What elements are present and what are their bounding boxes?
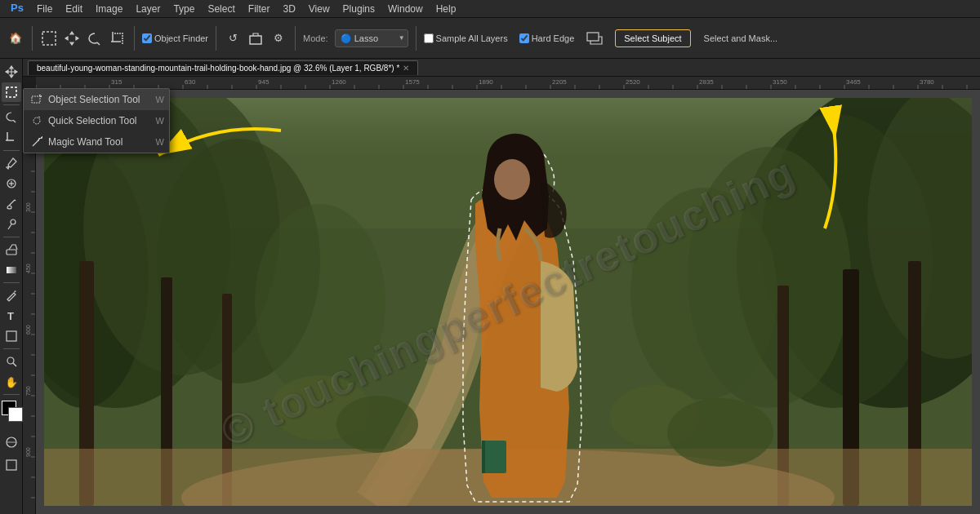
tool-dropdown-item-1-label: Quick Selection Tool	[48, 115, 137, 126]
hard-edge-label: Hard Edge	[532, 33, 575, 43]
select-subject-button[interactable]: Select Subject	[615, 29, 690, 47]
menu-3d[interactable]: 3D	[277, 2, 301, 16]
horizontal-ruler	[36, 77, 980, 90]
tool-dropdown-item-2-shortcut: W	[156, 137, 164, 147]
menu-select[interactable]: Select	[202, 2, 240, 16]
object-finder-checkbox[interactable]: Object Finder	[142, 33, 208, 43]
stamp-tool[interactable]	[2, 215, 21, 234]
toolbar-separator-4	[295, 26, 296, 51]
rect-select-icon[interactable]	[40, 29, 58, 47]
tool-dropdown-item-0-label: Object Selection Tool	[48, 94, 140, 105]
brush-tool[interactable]	[2, 194, 21, 214]
svg-rect-1	[42, 32, 56, 45]
svg-rect-18	[7, 267, 16, 273]
svg-point-46	[336, 396, 418, 453]
sample-all-layers-checkbox[interactable]: Sample All Layers	[424, 33, 508, 43]
eyedropper-tool[interactable]	[2, 153, 21, 173]
tool-separator-2	[3, 150, 20, 151]
tab-bar: beautiful-young-woman-standing-mountain-…	[23, 59, 980, 77]
svg-rect-24	[7, 460, 16, 470]
sample-all-layers-input[interactable]	[424, 33, 434, 43]
svg-point-50	[494, 159, 530, 200]
svg-rect-55	[32, 96, 40, 103]
select-and-mask-button[interactable]: Select and Mask...	[696, 30, 786, 47]
hard-edge-input[interactable]	[519, 33, 529, 43]
tool-dropdown-item-object-selection[interactable]: Object Selection Tool W	[24, 89, 169, 110]
crop-tool[interactable]	[2, 128, 21, 148]
menu-bar: Ps File Edit Image Layer Type Select Fil…	[0, 0, 980, 18]
gradient-tool[interactable]	[2, 260, 21, 280]
mode-dropdown-wrap[interactable]: 🔵 Lasso Rectangle	[335, 29, 408, 47]
move-icon[interactable]	[63, 29, 81, 47]
toolbar-separator-1	[32, 26, 33, 51]
svg-point-21	[7, 357, 14, 364]
svg-rect-20	[7, 331, 16, 341]
menu-help[interactable]: Help	[430, 2, 462, 16]
vertical-ruler	[23, 90, 36, 514]
tab-close-icon[interactable]: ✕	[403, 64, 409, 73]
svg-rect-52	[482, 441, 485, 473]
active-tab[interactable]: beautiful-young-woman-standing-mountain-…	[28, 60, 418, 75]
resize-icon[interactable]	[247, 29, 265, 47]
menu-filter[interactable]: Filter	[243, 2, 276, 16]
menu-view[interactable]: View	[303, 2, 336, 16]
mode-select[interactable]: 🔵 Lasso Rectangle	[335, 29, 408, 47]
menu-layer[interactable]: Layer	[130, 2, 166, 16]
settings-icon[interactable]: ⚙	[270, 29, 287, 47]
photo-canvas: © touchingperfectretouching	[44, 98, 972, 506]
background-color[interactable]	[8, 407, 23, 422]
home-icon[interactable]: 🏠	[7, 29, 24, 47]
svg-point-16	[11, 219, 16, 224]
toolbox: T ✋	[0, 59, 23, 514]
object-finder-input[interactable]	[142, 33, 152, 43]
crop-icon[interactable]	[109, 29, 127, 47]
menu-file[interactable]: File	[31, 2, 58, 16]
eraser-tool[interactable]	[2, 240, 21, 259]
heal-tool[interactable]	[2, 174, 21, 193]
menu-window[interactable]: Window	[382, 2, 429, 16]
mode-label: Mode:	[303, 33, 328, 43]
tool-separator-1	[3, 104, 20, 105]
photo-background: © touchingperfectretouching	[44, 98, 972, 506]
lasso-icon[interactable]	[86, 29, 104, 47]
tool-separator-3	[3, 237, 20, 237]
shape-tool[interactable]	[2, 326, 21, 346]
toolbar-separator-5	[416, 26, 416, 51]
tool-dropdown-item-2-label: Magic Wand Tool	[48, 136, 122, 148]
hard-edge-checkbox[interactable]: Hard Edge	[519, 33, 575, 43]
object-finder-label: Object Finder	[154, 33, 208, 43]
zoom-tool[interactable]	[2, 352, 21, 371]
text-tool[interactable]: T	[2, 306, 21, 326]
tool-dropdown-item-quick-selection[interactable]: Quick Selection Tool W	[24, 110, 169, 131]
move-tool[interactable]	[2, 62, 21, 82]
menu-edit[interactable]: Edit	[60, 2, 88, 16]
svg-line-22	[13, 363, 16, 366]
quick-mask-mode[interactable]	[2, 432, 21, 452]
menu-ps[interactable]: Ps	[5, 0, 29, 18]
lasso-tool[interactable]	[2, 108, 21, 127]
svg-rect-51	[483, 441, 506, 473]
tool-dropdown-item-magic-wand[interactable]: Magic Wand Tool W	[24, 131, 169, 153]
menu-image[interactable]: Image	[90, 2, 128, 16]
menu-type[interactable]: Type	[167, 2, 200, 16]
tool-dropdown-item-0-shortcut: W	[156, 95, 164, 104]
tool-separator-6	[3, 394, 20, 395]
pen-tool[interactable]	[2, 286, 21, 305]
sample-all-layers-label: Sample All Layers	[436, 33, 508, 43]
svg-point-36	[630, 188, 777, 400]
svg-line-10	[13, 121, 16, 123]
refresh-icon[interactable]: ↺	[224, 29, 242, 47]
svg-text:Ps: Ps	[11, 2, 24, 14]
tool-dropdown-menu: Object Selection Tool W Quick Selection …	[23, 88, 170, 153]
menu-plugins[interactable]: Plugins	[337, 2, 381, 16]
hand-tool[interactable]: ✋	[2, 372, 21, 392]
svg-rect-9	[7, 87, 16, 97]
canvas-area: © touchingperfectretouching	[36, 90, 980, 514]
selection-tool[interactable]	[2, 82, 21, 102]
options-toolbar: 🏠 Object Finder ↺ ⚙ Mode: 🔵 Lasso Rectan…	[0, 18, 980, 59]
transfer-icon[interactable]	[586, 29, 604, 47]
svg-rect-7	[250, 36, 261, 44]
screen-mode[interactable]	[2, 455, 21, 475]
quick-selection-icon	[30, 114, 43, 127]
svg-point-35	[255, 204, 385, 400]
